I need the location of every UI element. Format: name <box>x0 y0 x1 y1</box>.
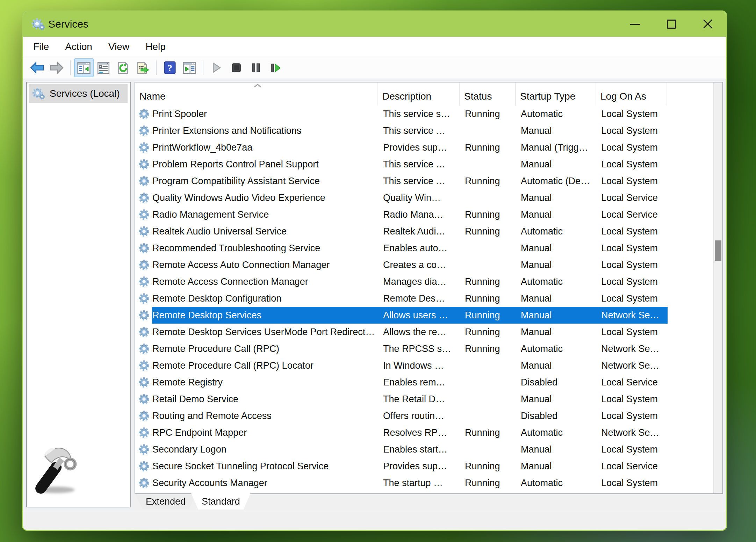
service-row[interactable]: Printer Extensions and Notifications Thi… <box>135 122 722 139</box>
service-row[interactable]: Remote Access Auto Connection Manager Cr… <box>135 256 722 273</box>
stop-service-button[interactable] <box>226 58 246 77</box>
pause-service-button[interactable] <box>246 58 266 77</box>
service-log-on-as-cell: Local Service <box>596 374 667 391</box>
show-action-pane-button[interactable] <box>180 58 199 77</box>
service-status-cell <box>460 156 516 173</box>
refresh-button[interactable] <box>113 58 133 77</box>
service-row[interactable]: Security Accounts Manager The startup … … <box>135 475 722 491</box>
start-service-icon <box>212 63 221 73</box>
service-row[interactable]: Remote Procedure Call (RPC) Locator In W… <box>135 357 722 374</box>
export-list-icon <box>136 62 149 74</box>
service-name-cell: Remote Procedure Call (RPC) Locator <box>135 357 378 374</box>
service-name-cell: Security Accounts Manager <box>135 475 378 491</box>
service-row[interactable]: Secure Socket Tunneling Protocol Service… <box>135 458 722 475</box>
service-row[interactable]: RPC Endpoint Mapper Resolves RP… Running… <box>135 424 722 441</box>
service-row[interactable]: Program Compatibility Assistant Service … <box>135 173 722 189</box>
service-row[interactable]: Remote Access Connection Manager Manages… <box>135 273 722 290</box>
service-gear-icon <box>138 192 150 204</box>
service-row[interactable]: Routing and Remote Access Offers routin…… <box>135 407 722 424</box>
service-name-cell: Secure Socket Tunneling Protocol Service <box>135 458 378 475</box>
show-console-tree-button[interactable] <box>74 58 94 77</box>
sidebar-item-services-local[interactable]: Services (Local) <box>29 84 128 103</box>
service-row[interactable]: Secondary Logon Enables start… Manual Lo… <box>135 441 722 458</box>
service-startup-type-cell: Disabled <box>516 407 596 424</box>
service-row[interactable]: PrintWorkflow_4b0e7aa Provides sup… Runn… <box>135 139 722 156</box>
service-log-on-as-cell: Local Service <box>596 206 667 223</box>
service-log-on-as-cell: Local System <box>596 273 667 290</box>
column-header-log-on-as[interactable]: Log On As <box>596 82 667 106</box>
content-area: Services (Local) Name Description S <box>23 79 726 511</box>
restart-service-button[interactable] <box>266 58 285 77</box>
minimize-button[interactable] <box>617 12 653 37</box>
service-startup-type-cell: Manual <box>516 256 596 273</box>
service-startup-type-cell: Manual <box>516 206 596 223</box>
service-row[interactable]: Remote Desktop Services Allows users … R… <box>135 307 722 324</box>
tab-extended[interactable]: Extended <box>135 494 196 509</box>
maximize-button[interactable] <box>653 12 690 37</box>
service-log-on-as-cell: Local Service <box>596 189 667 206</box>
service-startup-type-cell: Automatic (De… <box>516 173 596 189</box>
service-gear-icon <box>138 360 150 371</box>
column-header-startup-type[interactable]: Startup Type <box>516 82 596 106</box>
service-description-cell: Manages dia… <box>378 273 460 290</box>
vertical-scrollbar[interactable] <box>713 82 722 493</box>
service-startup-type-cell: Manual <box>516 156 596 173</box>
service-log-on-as-cell: Local System <box>596 139 667 156</box>
service-description-cell: The RPCSS s… <box>378 340 460 357</box>
service-name-cell: Remote Desktop Services <box>135 307 378 324</box>
service-status-cell: Running <box>460 424 516 441</box>
service-description-cell: Quality Win… <box>378 189 460 206</box>
service-row[interactable]: Remote Desktop Configuration Remote Des…… <box>135 290 722 307</box>
service-description-cell: The Retail D… <box>378 391 460 407</box>
service-name-cell: Secondary Logon <box>135 441 378 458</box>
properties-button[interactable] <box>94 58 113 77</box>
service-row[interactable]: Print Spooler This service s… Running Au… <box>135 106 722 122</box>
service-startup-type-cell: Manual <box>516 189 596 206</box>
export-list-button[interactable] <box>133 58 152 77</box>
scrollbar-thumb[interactable] <box>715 240 721 261</box>
service-status-cell: Running <box>460 290 516 307</box>
service-status-cell: Running <box>460 307 516 324</box>
service-name-cell: Remote Access Connection Manager <box>135 273 378 290</box>
service-log-on-as-cell: Local System <box>596 240 667 256</box>
service-name-cell: Remote Desktop Configuration <box>135 290 378 307</box>
column-header-status[interactable]: Status <box>460 82 516 106</box>
service-row[interactable]: Problem Reports Control Panel Support Th… <box>135 156 722 173</box>
service-row[interactable]: Recommended Troubleshooting Service Enab… <box>135 240 722 256</box>
help-button[interactable]: ? <box>160 58 180 77</box>
tab-standard[interactable]: Standard <box>191 493 251 510</box>
service-gear-icon <box>138 225 150 237</box>
forward-button[interactable] <box>47 58 66 77</box>
service-name-cell: RPC Endpoint Mapper <box>135 424 378 441</box>
menu-help[interactable]: Help <box>137 41 174 52</box>
start-service-button[interactable] <box>207 58 226 77</box>
column-header-description[interactable]: Description <box>378 82 460 106</box>
service-description-cell: Provides sup… <box>378 458 460 475</box>
service-description-cell: Realtek Audi… <box>378 223 460 240</box>
close-button[interactable] <box>690 12 726 37</box>
service-description-cell: Enables auto… <box>378 240 460 256</box>
service-startup-type-cell: Automatic <box>516 340 596 357</box>
service-startup-type-cell: Automatic <box>516 273 596 290</box>
service-status-cell: Running <box>460 106 516 122</box>
service-row[interactable]: Retail Demo Service The Retail D… Manual… <box>135 391 722 407</box>
service-row[interactable]: Remote Registry Enables rem… Disabled Lo… <box>135 374 722 391</box>
hammer-cursor-icon <box>31 443 84 496</box>
service-gear-icon <box>138 393 150 405</box>
menu-view[interactable]: View <box>100 41 137 52</box>
service-row[interactable]: Remote Procedure Call (RPC) The RPCSS s…… <box>135 340 722 357</box>
menu-action[interactable]: Action <box>57 41 100 52</box>
service-description-cell: Remote Des… <box>378 290 460 307</box>
service-row[interactable]: Quality Windows Audio Video Experience Q… <box>135 189 722 206</box>
service-row[interactable]: Realtek Audio Universal Service Realtek … <box>135 223 722 240</box>
service-log-on-as-cell: Local Service <box>596 458 667 475</box>
service-row[interactable]: Remote Desktop Services UserMode Port Re… <box>135 324 722 340</box>
services-window: Services File Action View Help <box>22 10 727 531</box>
service-name-cell: Printer Extensions and Notifications <box>135 122 378 139</box>
service-name-cell: Remote Desktop Services UserMode Port Re… <box>135 324 378 340</box>
menu-file[interactable]: File <box>25 41 57 52</box>
service-row[interactable]: Radio Management Service Radio Mana… Run… <box>135 206 722 223</box>
pause-service-icon <box>251 63 261 73</box>
back-button[interactable] <box>27 58 47 77</box>
service-startup-type-cell: Automatic <box>516 106 596 122</box>
